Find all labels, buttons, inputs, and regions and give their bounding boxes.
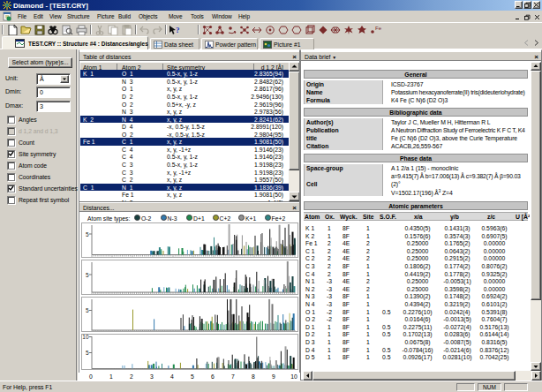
svg-text:Fe: Fe: [375, 26, 382, 31]
svg-text:10: 10: [82, 334, 89, 340]
svg-text:5: 5: [86, 307, 89, 313]
svg-text:5: 5: [86, 272, 89, 278]
svg-text:5: 5: [86, 350, 89, 356]
svg-text:?: ?: [176, 26, 180, 34]
svg-text:5: 5: [86, 231, 89, 237]
